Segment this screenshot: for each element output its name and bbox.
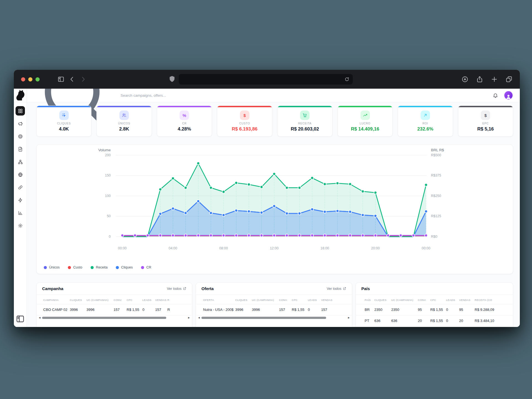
svg-text:R$125: R$125 bbox=[431, 214, 441, 218]
search-input[interactable] bbox=[120, 93, 237, 98]
dollar-icon: $ bbox=[240, 111, 249, 120]
kpi-card-receita: RECEITAR$ 20.603,02 bbox=[277, 106, 332, 137]
file-code-icon bbox=[18, 147, 23, 152]
legend-item-cr[interactable]: CR bbox=[141, 265, 151, 269]
svg-text:R$250: R$250 bbox=[431, 194, 441, 198]
table-cell: R$ 1,55 bbox=[127, 304, 142, 315]
traffic-chart-card: 200R$500150R$375100R$25050R$1250R$0Volum… bbox=[36, 144, 513, 274]
legend-item-custo[interactable]: Custo bbox=[68, 265, 82, 269]
sidebar-item-code[interactable] bbox=[16, 144, 25, 154]
table-cell: 20 bbox=[459, 315, 475, 326]
notification-bell-icon[interactable] bbox=[493, 93, 498, 98]
window-controls bbox=[21, 77, 40, 81]
zap-icon bbox=[18, 198, 23, 203]
globe-icon bbox=[18, 172, 23, 177]
table-row[interactable]: BR2350235095R$ 1,55095R$ 9.288,09 bbox=[356, 304, 513, 315]
horizontal-scrollbar[interactable]: ◀▶ bbox=[196, 315, 352, 319]
ver-todos-link[interactable]: Ver todos bbox=[167, 287, 186, 291]
sidebar-item-offers[interactable] bbox=[16, 132, 25, 141]
grid-icon bbox=[18, 108, 23, 114]
cart-icon bbox=[300, 111, 310, 120]
minimize-button[interactable] bbox=[28, 77, 32, 81]
kpi-card-lucro: LUCROR$ 14.409,16 bbox=[337, 106, 393, 137]
scrollbar-track[interactable] bbox=[42, 317, 186, 319]
svg-text:20:00: 20:00 bbox=[371, 246, 380, 250]
column-header: UC (CAMPANHA) bbox=[391, 295, 418, 304]
zoom-button[interactable] bbox=[35, 77, 40, 81]
reload-button[interactable] bbox=[344, 77, 349, 82]
column-header: UC (CAMPANHA) bbox=[86, 295, 114, 304]
scrollbar-track[interactable] bbox=[201, 317, 346, 319]
kpi-card-custo: $CUSTOR$ 6.193,86 bbox=[217, 106, 272, 137]
column-header: VENDAS bbox=[459, 295, 475, 304]
legend-item-receita[interactable]: Receita bbox=[91, 265, 108, 269]
table-cell: 0 bbox=[446, 304, 459, 315]
table-cell: 95 bbox=[459, 304, 475, 315]
new-tab-button[interactable] bbox=[491, 76, 498, 83]
svg-text:0: 0 bbox=[109, 235, 111, 239]
close-button[interactable] bbox=[21, 77, 25, 81]
download-button[interactable] bbox=[461, 76, 469, 83]
kpi-value: 4.28% bbox=[157, 126, 212, 132]
table-cell: 636 bbox=[374, 315, 391, 326]
kpi-label: CUSTO bbox=[217, 122, 272, 125]
svg-text:50: 50 bbox=[107, 214, 111, 218]
column-header: CONV. bbox=[114, 295, 127, 304]
column-header: UC (CAMPANHA) bbox=[252, 295, 279, 304]
table-row[interactable]: CBO CAMP 0239963996157R$ 1,550157R bbox=[37, 304, 192, 315]
table-title: País bbox=[361, 286, 370, 291]
dog-logo[interactable] bbox=[14, 89, 27, 102]
users-icon bbox=[119, 111, 129, 120]
column-header: CPC bbox=[430, 295, 446, 304]
column-header: RECEITA (CO bbox=[475, 295, 513, 304]
shield-icon[interactable] bbox=[168, 75, 176, 83]
table-cell: 2350 bbox=[374, 304, 391, 315]
traffic-chart: 200R$500150R$375100R$25050R$1250R$0Volum… bbox=[37, 145, 513, 274]
sidebar-toggle-icon[interactable] bbox=[57, 76, 65, 83]
table-card-header: OfertaVer todos bbox=[196, 283, 352, 295]
share-button[interactable] bbox=[476, 76, 483, 83]
table-row[interactable]: PT63663620R$ 1,55020R$ 3.484,10 bbox=[356, 315, 513, 326]
table-cell: Nutra - USA - 200$ bbox=[203, 304, 235, 315]
kpi-label: CR bbox=[157, 122, 212, 125]
kpi-accent-bar bbox=[217, 106, 272, 107]
scrollbar-thumb[interactable] bbox=[42, 317, 166, 319]
kpi-card-únicos: ÚNICOS2.8K bbox=[96, 106, 152, 137]
scroll-right-arrow[interactable]: ▶ bbox=[188, 317, 190, 319]
sidebar-item-settings[interactable] bbox=[16, 221, 25, 230]
user-avatar[interactable] bbox=[504, 91, 513, 99]
legend-item-únicos[interactable]: Únicos bbox=[44, 265, 60, 269]
scroll-left-arrow[interactable]: ◀ bbox=[39, 317, 40, 319]
tabs-overview-button[interactable] bbox=[505, 76, 513, 83]
dashboard-main: CLIQUES4.0KÚNICOS2.8K%CR4.28%$CUSTOR$ 6.… bbox=[27, 102, 520, 327]
scrollbar-thumb[interactable] bbox=[201, 317, 326, 319]
table-row[interactable]: Nutra - USA - 200$39963996157R$ 1,550157 bbox=[196, 304, 352, 315]
table-title: Oferta bbox=[201, 286, 214, 291]
sidebar-item-campaigns[interactable] bbox=[16, 119, 25, 128]
back-button[interactable] bbox=[68, 76, 76, 83]
sidebar-item-dashboard[interactable] bbox=[16, 106, 25, 116]
kpi-value: 232.6% bbox=[398, 126, 452, 132]
nav-rail-items bbox=[14, 106, 27, 314]
scroll-right-arrow[interactable]: ▶ bbox=[348, 317, 350, 319]
table-cell: 157 bbox=[279, 304, 292, 315]
sidebar-item-automations[interactable] bbox=[16, 195, 25, 205]
svg-text:150: 150 bbox=[105, 173, 111, 177]
table-cell: R$ 1,55 bbox=[430, 315, 446, 326]
sidebar-item-flows[interactable] bbox=[16, 157, 25, 167]
legend-item-cliques[interactable]: Cliques bbox=[116, 265, 133, 269]
sidebar-item-links[interactable] bbox=[16, 183, 25, 192]
ver-todos-link[interactable]: Ver todos bbox=[327, 287, 346, 291]
kpi-card-epc: $EPCR$ 5,16 bbox=[458, 106, 513, 137]
collapse-sidebar-button[interactable] bbox=[16, 314, 25, 324]
column-header: CPC bbox=[292, 295, 308, 304]
sidebar-item-domains[interactable] bbox=[16, 170, 25, 179]
sidebar-item-reports[interactable] bbox=[16, 208, 25, 218]
forward-button[interactable] bbox=[80, 76, 87, 83]
legend-label: Cliques bbox=[121, 265, 133, 269]
horizontal-scrollbar[interactable]: ◀▶ bbox=[37, 315, 192, 319]
url-bar[interactable] bbox=[179, 74, 353, 85]
scroll-left-arrow[interactable]: ◀ bbox=[198, 317, 200, 319]
table-cell: 2350 bbox=[391, 304, 418, 315]
kpi-card-roi: ROI232.6% bbox=[398, 106, 453, 137]
